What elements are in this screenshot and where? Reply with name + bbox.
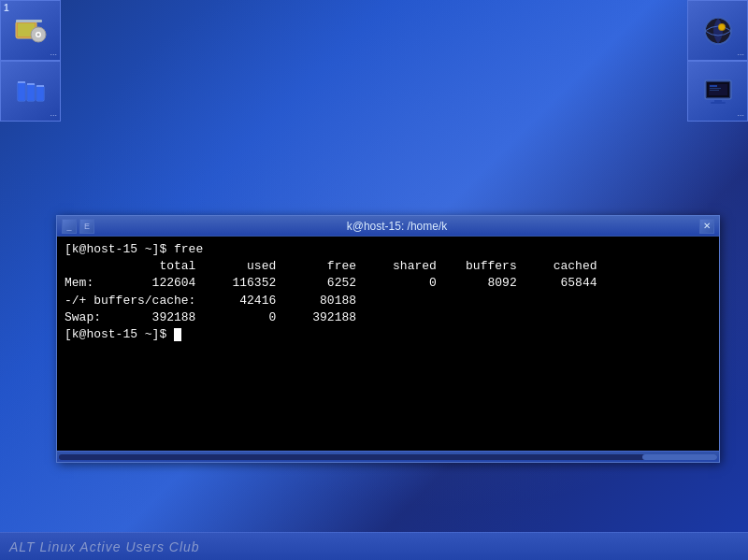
monitor-icon [701, 75, 735, 108]
menu-button[interactable]: E [79, 219, 94, 234]
bottom-text: ALT Linux Active Users Club [9, 539, 200, 554]
svg-rect-25 [710, 88, 721, 89]
close-button[interactable]: ✕ [699, 219, 714, 234]
disc-icon [14, 14, 48, 48]
terminal-title: k@host-15: /home/k [97, 220, 697, 233]
taskbar-right: ... ... [687, 0, 748, 131]
terminal-line-4: -/+ buffers/cache: 42416 80188 [65, 293, 712, 309]
terminal-cursor [174, 328, 181, 341]
svg-rect-24 [710, 85, 717, 87]
taskbar-icon-1[interactable]: 1 ... [0, 0, 61, 61]
database-icon [14, 75, 48, 108]
svg-rect-2 [16, 20, 42, 22]
terminal-line-6: [k@host-15 ~]$ [65, 326, 712, 343]
svg-rect-22 [711, 102, 726, 104]
scrollbar-track [59, 454, 717, 460]
svg-point-18 [719, 24, 725, 30]
icon-label-4: ... [737, 108, 744, 118]
svg-rect-11 [37, 87, 43, 100]
scrollbar-thumb[interactable] [642, 454, 717, 460]
taskbar-left: 1 ... [0, 0, 61, 131]
svg-rect-7 [19, 83, 24, 100]
terminal-titlebar: _ E k@host-15: /home/k ✕ [57, 216, 719, 237]
terminal-scrollbar[interactable] [57, 451, 719, 462]
taskbar-bottom: ALT Linux Active Users Club [0, 532, 748, 560]
terminal-line-2: total used free shared buffers cached [65, 258, 712, 275]
icon-label-1: ... [50, 48, 57, 57]
minimize-button[interactable]: _ [62, 219, 77, 234]
icon-label-3: ... [737, 48, 744, 57]
taskbar-icon-2[interactable]: ... [0, 61, 61, 122]
terminal-line-3: Mem: 122604 116352 6252 0 8092 65844 [65, 275, 712, 292]
terminal-window: _ E k@host-15: /home/k ✕ [k@host-15 ~]$ … [56, 215, 720, 463]
svg-rect-9 [28, 85, 34, 100]
terminal-body[interactable]: [k@host-15 ~]$ free total used free shar… [57, 237, 719, 451]
taskbar-icon-3[interactable]: ... [687, 0, 748, 61]
taskbar-icon-4[interactable]: ... [687, 61, 748, 122]
icon-number-1: 1 [4, 3, 9, 13]
globe-icon [701, 14, 735, 48]
terminal-line-1: [k@host-15 ~]$ free [65, 241, 712, 258]
svg-rect-26 [710, 90, 719, 91]
icon-label-2: ... [50, 108, 57, 118]
terminal-line-5: Swap: 392188 0 392188 [65, 309, 712, 326]
desktop: 1 ... [0, 0, 748, 560]
svg-point-5 [36, 33, 39, 36]
